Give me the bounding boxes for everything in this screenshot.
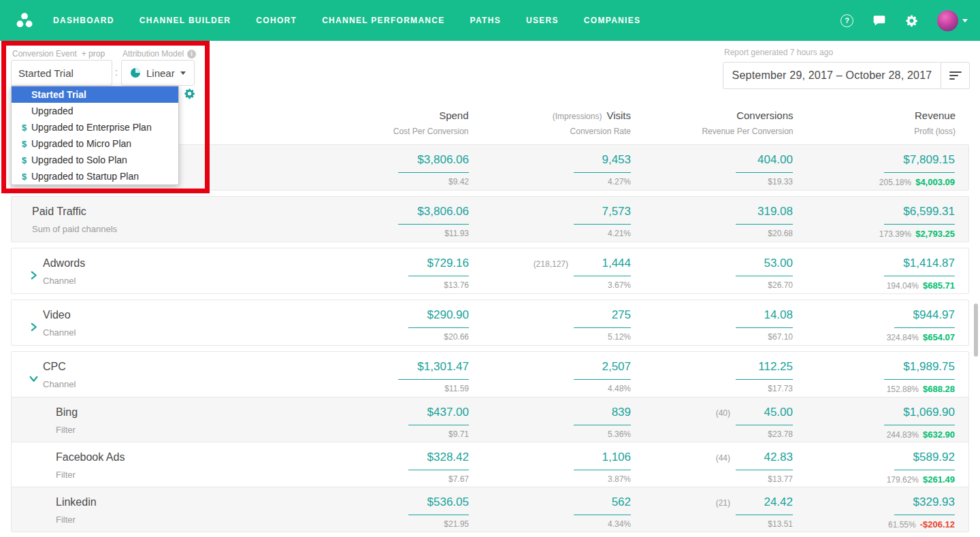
- profit-line: 205.18%$4,003.09: [879, 177, 955, 187]
- spend-value-line: $3,806.06: [398, 205, 469, 225]
- expand-chevron-icon[interactable]: [21, 360, 43, 397]
- revenue-value-line: $589.92: [894, 451, 955, 470]
- spend-value[interactable]: $729.16: [408, 257, 469, 276]
- dropdown-item-label: Started Trial: [31, 89, 86, 100]
- dropdown-item[interactable]: Started Trial: [12, 86, 178, 103]
- chat-icon[interactable]: [872, 14, 886, 27]
- dropdown-item[interactable]: $Upgraded to Micro Plan: [12, 135, 178, 152]
- conversions-value[interactable]: 319.08: [736, 205, 793, 225]
- nav-item-users[interactable]: USERS: [526, 16, 559, 25]
- row-name-cell: VideoChannel: [21, 308, 307, 345]
- spend-cell: $729.16$13.76: [321, 257, 469, 293]
- spend-sub: $7.67: [448, 474, 469, 484]
- date-range-picker[interactable]: September 29, 2017 – October 28, 2017: [723, 62, 941, 89]
- visits-value[interactable]: 562: [574, 495, 631, 515]
- spend-value[interactable]: $3,806.06: [398, 205, 469, 225]
- profit-value: $685.71: [923, 280, 955, 291]
- table-row[interactable]: LinkedinFilter$536.05$21.955624.34%(21)2…: [12, 487, 968, 532]
- visits-value[interactable]: 7,573: [574, 205, 631, 225]
- settings-gear-icon[interactable]: [184, 88, 195, 102]
- nav-item-companies[interactable]: COMPANIES: [584, 16, 640, 25]
- profit-line: 194.04%$685.71: [887, 280, 955, 291]
- conversions-value[interactable]: 53.00: [736, 257, 793, 276]
- spend-value[interactable]: $1,301.47: [398, 360, 469, 380]
- dropdown-item[interactable]: $Upgraded to Enterprise Plan: [12, 119, 178, 135]
- nav-item-channel-performance[interactable]: CHANNEL PERFORMANCE: [322, 16, 444, 25]
- dropdown-item[interactable]: Upgraded: [12, 103, 178, 119]
- column-header-spend[interactable]: SpendCost Per Conversion: [320, 110, 469, 136]
- table-row[interactable]: BingFilter$437.00$9.718395.36%(40)45.00$…: [12, 397, 968, 442]
- revenue-value[interactable]: $1,989.75: [884, 360, 955, 380]
- app-logo[interactable]: [14, 10, 35, 31]
- dropdown-item-label: Upgraded to Startup Plan: [31, 171, 139, 182]
- table-row[interactable]: CPCChannel$1,301.47$11.592,5074.48%112.2…: [12, 352, 968, 397]
- row-subtitle: Filter: [56, 515, 97, 525]
- revenue-value[interactable]: $329.93: [894, 495, 955, 515]
- conversions-value[interactable]: 14.08: [736, 308, 793, 328]
- spend-value[interactable]: $328.42: [408, 451, 469, 470]
- table-row[interactable]: AdwordsChannel$729.16$13.76(218,127)1,44…: [12, 248, 968, 293]
- filter-sort-button[interactable]: [941, 62, 970, 89]
- attribution-model-dropdown[interactable]: Linear: [121, 60, 195, 86]
- column-header-conversions[interactable]: ConversionsRevenue Per Conversion: [644, 110, 794, 136]
- add-prop-button[interactable]: + prop: [82, 49, 105, 59]
- visits-value[interactable]: 1,106: [574, 451, 631, 470]
- nav-item-cohort[interactable]: COHORT: [256, 16, 297, 25]
- gear-icon[interactable]: [905, 14, 918, 27]
- table-row[interactable]: VideoChannel$290.90$20.662755.12%14.08$6…: [12, 300, 968, 345]
- visits-value[interactable]: 275: [574, 308, 631, 328]
- row-name: Adwords: [43, 257, 85, 270]
- expand-chevron-icon[interactable]: [21, 257, 43, 293]
- visits-value[interactable]: 1,444: [574, 257, 631, 276]
- conversions-value[interactable]: 42.83: [736, 451, 793, 470]
- conversions-value-line: 319.08: [736, 205, 793, 225]
- chevron-spacer: [21, 451, 32, 487]
- column-header-visits[interactable]: (Impressions)VisitsConversion Rate: [483, 110, 632, 136]
- profit-percent: 173.39%: [879, 229, 911, 239]
- spend-value[interactable]: $3,806.06: [398, 153, 469, 173]
- nav-item-channel-builder[interactable]: CHANNEL BUILDER: [140, 16, 231, 25]
- profit-percent: 61.55%: [888, 520, 916, 530]
- revenue-value[interactable]: $6,599.31: [884, 205, 955, 225]
- info-icon[interactable]: i: [187, 50, 196, 59]
- revenue-value[interactable]: $1,069.90: [884, 406, 955, 425]
- spend-value[interactable]: $290.90: [408, 308, 469, 328]
- table-row[interactable]: Paid TrafficSum of paid channels$3,806.0…: [12, 197, 968, 242]
- revenue-cell: $944.97324.84%$654.07: [806, 308, 955, 345]
- spend-value[interactable]: $536.05: [408, 495, 469, 515]
- conversions-value[interactable]: 112.25: [736, 360, 793, 380]
- help-icon[interactable]: ?: [840, 14, 853, 27]
- revenue-value[interactable]: $7,809.15: [884, 153, 955, 173]
- conversion-event-input[interactable]: [11, 60, 112, 86]
- column-header-revenue[interactable]: RevenueProfit (loss): [807, 110, 956, 136]
- dropdown-item[interactable]: $Upgraded to Solo Plan: [12, 152, 178, 168]
- revenue-value[interactable]: $589.92: [894, 451, 955, 470]
- conversions-sub: $20.68: [768, 229, 793, 238]
- revenue-value[interactable]: $1,414.87: [884, 257, 955, 276]
- visits-value[interactable]: 9,453: [574, 153, 631, 173]
- conversions-value[interactable]: 404.00: [736, 153, 793, 173]
- visits-value[interactable]: 2,507: [574, 360, 631, 380]
- spend-value[interactable]: $437.00: [408, 406, 469, 425]
- row-subtitle: Channel: [43, 379, 76, 389]
- profit-percent: 324.84%: [887, 333, 919, 342]
- row-subtitle: Filter: [56, 470, 125, 480]
- dropdown-item[interactable]: $Upgraded to Startup Plan: [12, 168, 178, 184]
- spend-sub: $9.71: [448, 429, 469, 439]
- conversions-value[interactable]: 24.42: [736, 495, 793, 515]
- gear-glyph: [184, 88, 195, 99]
- visits-value[interactable]: 839: [574, 406, 631, 425]
- visits-cell: 2,5074.48%: [483, 360, 631, 397]
- nav-item-dashboard[interactable]: DASHBOARD: [53, 16, 114, 25]
- vertical-scrollbar[interactable]: [974, 304, 978, 357]
- column-title-line: Conversions: [644, 110, 794, 122]
- expand-chevron-icon[interactable]: [21, 308, 43, 345]
- table-row[interactable]: Facebook AdsFilter$328.42$7.671,1063.87%…: [12, 442, 968, 487]
- profit-line: 244.83%$632.90: [887, 429, 955, 440]
- nav-item-paths[interactable]: PATHS: [470, 16, 501, 25]
- dollar-icon: $: [22, 139, 27, 149]
- revenue-value[interactable]: $944.97: [894, 308, 955, 328]
- profit-line: 152.88%$688.28: [887, 384, 955, 394]
- account-menu[interactable]: [937, 10, 968, 31]
- conversions-value[interactable]: 45.00: [736, 406, 793, 425]
